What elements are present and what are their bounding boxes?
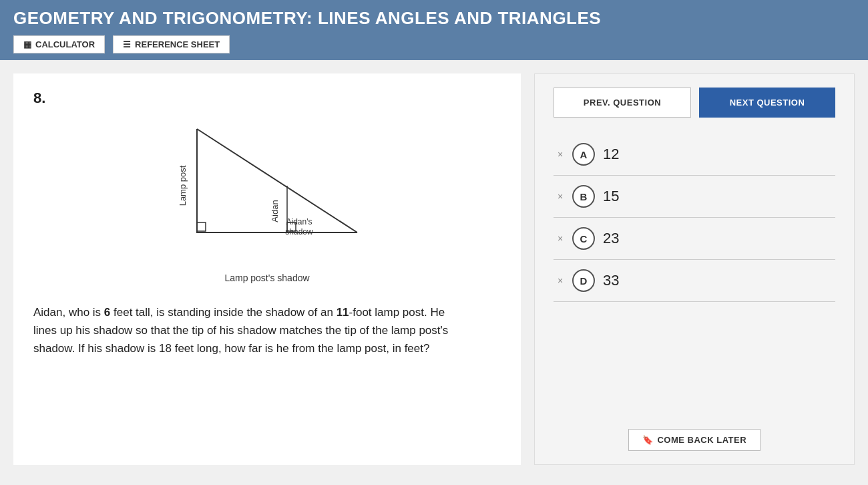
reference-sheet-button[interactable]: ☰ REFERENCE SHEET <box>113 35 230 53</box>
answer-value-d: 33 <box>603 272 619 289</box>
come-back-area: 🔖 COME BACK LATER <box>554 429 835 451</box>
calculator-label: CALCULATOR <box>35 39 95 49</box>
aidans-shadow-label: Aidan's <box>286 217 312 226</box>
x-mark-c: × <box>556 233 564 244</box>
header-buttons: ▦ CALCULATOR ☰ REFERENCE SHEET <box>13 35 855 53</box>
answer-option-d[interactable]: × D 33 <box>554 260 835 302</box>
answer-panel: PREV. QUESTION NEXT QUESTION × A 12 × B … <box>534 73 855 465</box>
diagram-bottom-label: Lamp post's shadow <box>224 273 309 283</box>
x-mark-d: × <box>556 275 564 286</box>
x-mark-b: × <box>556 191 564 202</box>
triangle-diagram: Lamp post Aidan Aidan's shadow <box>154 119 381 266</box>
prev-question-button[interactable]: PREV. QUESTION <box>554 88 691 118</box>
answer-option-b[interactable]: × B 15 <box>554 176 835 218</box>
question-number: 8. <box>33 90 501 107</box>
svg-rect-2 <box>197 222 206 231</box>
come-back-label: COME BACK LATER <box>657 435 746 445</box>
next-question-button[interactable]: NEXT QUESTION <box>699 88 835 118</box>
answer-options: × A 12 × B 15 × C 23 × D 33 <box>554 134 835 418</box>
diagram-area: Lamp post Aidan Aidan's shadow Lamp post… <box>33 119 501 283</box>
calculator-button[interactable]: ▦ CALCULATOR <box>13 35 105 53</box>
come-back-later-button[interactable]: 🔖 COME BACK LATER <box>628 429 761 451</box>
answer-value-c: 23 <box>603 230 619 247</box>
x-mark-a: × <box>556 149 564 160</box>
aidan-label: Aidan <box>270 200 280 222</box>
lamp-post-label: Lamp post <box>178 165 188 206</box>
reference-label: REFERENCE SHEET <box>135 39 220 49</box>
page-title: GEOMETRY AND TRIGONOMETRY: LINES ANGLES … <box>13 8 855 29</box>
aidans-shadow-label2: shadow <box>285 227 313 236</box>
header: GEOMETRY AND TRIGONOMETRY: LINES ANGLES … <box>0 0 868 60</box>
answer-option-c[interactable]: × C 23 <box>554 218 835 260</box>
main-content: 8. Lamp post Aidan Aidan's sha <box>0 60 868 478</box>
answer-value-a: 12 <box>603 146 619 163</box>
question-panel: 8. Lamp post Aidan Aidan's sha <box>13 73 521 465</box>
answer-option-a[interactable]: × A 12 <box>554 134 835 176</box>
calculator-icon: ▦ <box>23 39 31 49</box>
nav-buttons: PREV. QUESTION NEXT QUESTION <box>554 88 835 118</box>
answer-circle-c: C <box>572 227 595 250</box>
question-text: Aidan, who is 6 feet tall, is standing i… <box>33 303 467 358</box>
answer-circle-a: A <box>572 143 595 166</box>
reference-icon: ☰ <box>123 39 131 49</box>
answer-circle-d: D <box>572 269 595 292</box>
bookmark-icon: 🔖 <box>642 435 654 445</box>
answer-circle-b: B <box>572 185 595 208</box>
answer-value-b: 15 <box>603 188 619 205</box>
